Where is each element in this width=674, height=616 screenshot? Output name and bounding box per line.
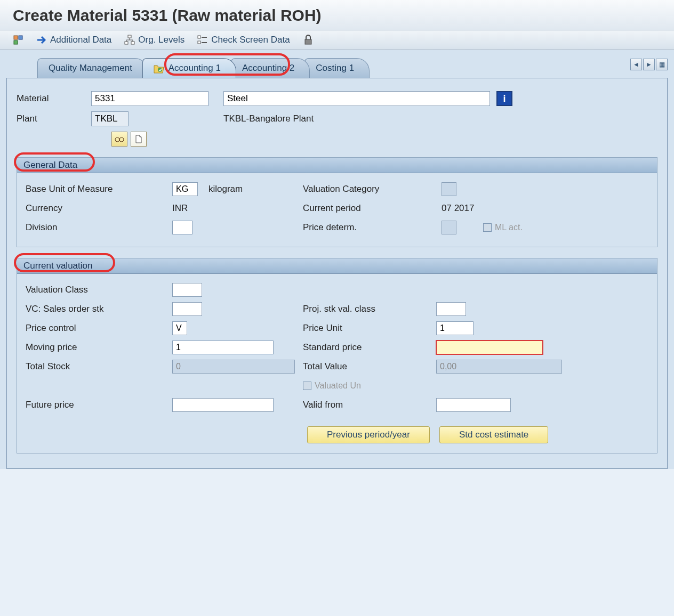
material-label: Material [17,93,91,104]
std-cost-estimate-button[interactable]: Std cost estimate [439,426,548,443]
tab-costing-1[interactable]: Costing 1 [304,58,370,78]
check-screen-button[interactable]: Check Screen Data [197,35,290,45]
tab-accounting-1[interactable]: Accounting 1 [142,58,236,78]
standard-price-label: Standard price [303,342,436,353]
base-uom-input[interactable] [172,182,198,196]
price-unit-label: Price Unit [303,323,436,334]
content-panel: Material i Plant TKBL-Bangalore Plant Ge… [6,78,668,469]
arrow-right-icon [36,35,47,45]
valuated-un-checkbox [303,382,311,390]
material-desc-input[interactable] [223,91,490,106]
val-class-label: Valuation Class [26,285,172,295]
price-control-label: Price control [26,323,172,334]
svg-rect-4 [125,42,128,44]
tab-scroll-controls: ◄ ► ▦ [630,59,668,70]
currency-value: INR [172,203,188,214]
future-price-label: Future price [26,400,172,410]
price-unit-input[interactable] [436,321,474,335]
current-period-value: 07 2017 [442,203,474,214]
svg-point-10 [115,137,119,142]
display-change-button[interactable] [111,132,127,147]
price-determ-input [442,221,456,234]
main-area: Quality Management Accounting 1 Accounti… [0,50,674,469]
total-value-input [436,360,562,374]
valuated-un-label: Valuated Un [315,381,361,391]
tab-list-button[interactable]: ▦ [656,59,668,70]
current-valuation-group: Current valuation Valuation Class VC: Sa… [17,258,657,453]
proj-stk-input[interactable] [436,302,466,316]
triangle-left-icon: ◄ [633,61,639,68]
org-levels-label: Org. Levels [138,35,184,45]
toolbar: Additional Data Org. Levels Check Screen… [0,30,674,50]
base-uom-label: Base Unit of Measure [26,184,172,194]
additional-data-button[interactable]: Additional Data [36,35,111,45]
division-input[interactable] [172,221,192,234]
tab-quality-management[interactable]: Quality Management [37,58,148,78]
svg-rect-8 [305,39,311,44]
total-stock-input [172,360,295,374]
lock-button[interactable] [303,35,314,45]
base-uom-text: kilogram [208,184,243,194]
val-class-input[interactable] [172,283,202,297]
tab-label: Accounting 1 [168,63,221,73]
general-data-group: General Data Base Unit of Measure kilogr… [17,157,657,247]
svg-rect-0 [14,36,18,39]
info-icon: i [503,93,505,104]
ml-act-label: ML act. [495,223,523,232]
page-title: Create Material 5331 (Raw material ROH) [0,0,674,30]
svg-rect-6 [198,36,200,38]
overview-icon-button[interactable] [13,35,23,45]
standard-price-input[interactable] [436,341,543,354]
svg-rect-5 [131,42,134,44]
tab-scroll-right-button[interactable]: ► [643,59,655,70]
current-valuation-header: Current valuation [17,258,657,274]
svg-rect-3 [128,35,131,38]
check-screen-label: Check Screen Data [211,35,290,45]
tab-label: Quality Management [49,63,132,73]
moving-price-input[interactable] [172,341,274,354]
svg-rect-1 [19,36,22,39]
lock-icon [303,35,314,45]
accounting-folder-icon [154,64,164,74]
tab-accounting-2[interactable]: Accounting 2 [231,58,310,78]
valuation-cat-input [442,182,456,196]
info-button[interactable]: i [496,91,512,106]
previous-period-button[interactable]: Previous period/year [307,426,430,443]
proj-stk-label: Proj. stk val. class [303,304,436,314]
svg-point-11 [119,137,124,142]
svg-rect-7 [198,41,200,44]
total-value-label: Total Value [303,361,436,372]
overview-icon [13,35,23,45]
material-input[interactable] [91,91,208,106]
create-button[interactable] [131,132,147,147]
plant-label: Plant [17,114,91,124]
svg-rect-2 [14,40,18,44]
general-data-header: General Data [17,158,657,173]
ml-act-checkbox [483,223,492,232]
price-determ-label: Price determ. [303,222,442,233]
moving-price-label: Moving price [26,342,172,353]
valid-from-label: Valid from [303,400,436,410]
vc-sales-input[interactable] [172,302,202,316]
document-icon [135,135,142,143]
list-icon: ▦ [659,61,665,68]
currency-label: Currency [26,203,172,214]
tab-scroll-left-button[interactable]: ◄ [630,59,642,70]
current-period-label: Current period [303,203,442,214]
division-label: Division [26,222,172,233]
vc-sales-label: VC: Sales order stk [26,304,172,314]
org-levels-button[interactable]: Org. Levels [124,35,184,45]
price-control-input[interactable] [172,321,187,335]
future-price-input[interactable] [172,398,274,412]
valuation-cat-label: Valuation Category [303,184,442,194]
plant-input [91,111,129,126]
total-stock-label: Total Stock [26,361,172,372]
glasses-icon [115,135,124,143]
additional-data-label: Additional Data [50,35,111,45]
triangle-right-icon: ► [646,61,652,68]
plant-desc-text: TKBL-Bangalore Plant [223,114,314,124]
check-list-icon [197,35,208,45]
hierarchy-icon [124,35,135,45]
tab-label: Costing 1 [316,63,354,73]
valid-from-input[interactable] [436,398,511,412]
